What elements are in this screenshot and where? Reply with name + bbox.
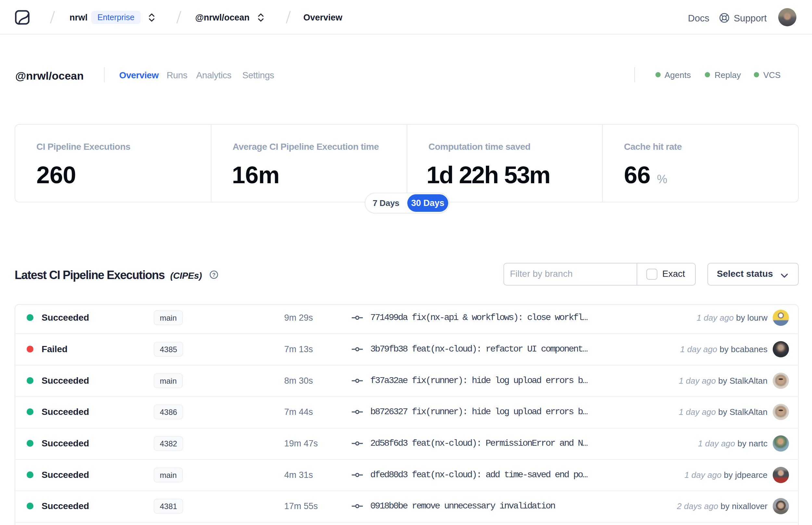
svg-text:?: ? bbox=[212, 272, 215, 278]
